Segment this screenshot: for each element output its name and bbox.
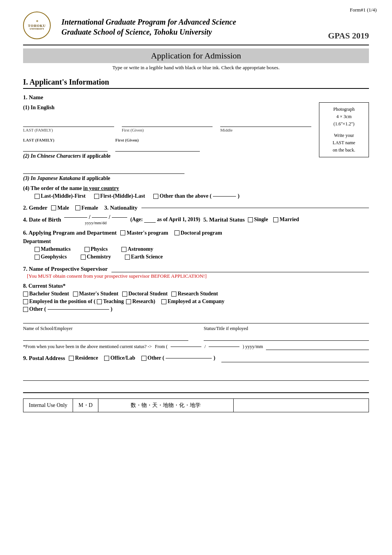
postal-other-checkbox[interactable]: [141, 356, 146, 361]
program-doctoral-checkbox[interactable]: [174, 230, 179, 235]
dept-chemistry[interactable]: Chemistry: [81, 254, 111, 260]
dept-row1: Mathematics Physics Astronomy: [35, 246, 369, 252]
photo-label2: 4 × 3cm: [322, 113, 365, 120]
order-first-last[interactable]: First-(Middle)-Last: [94, 193, 145, 199]
logo-box: ⚙ TOHOKU UNIVERSITY: [23, 12, 54, 42]
dept-geophysics[interactable]: Geophysics: [35, 254, 67, 260]
dob-mm-input[interactable]: [92, 217, 107, 218]
dept-physics[interactable]: Physics: [85, 246, 108, 252]
title-line1: International Graduate Program for Advan…: [61, 18, 236, 26]
marital-married-checkbox[interactable]: [273, 217, 278, 222]
status-company-checkbox[interactable]: [161, 299, 166, 304]
program-title: International Graduate Program for Advan…: [61, 17, 324, 37]
status-other-paren: ): [111, 306, 113, 312]
dob-slash2: /: [109, 214, 110, 220]
first-name-input[interactable]: [122, 118, 213, 127]
postal-other-input[interactable]: [166, 358, 212, 358]
dept-astronomy-checkbox[interactable]: [121, 247, 126, 252]
name-input-row-english: LAST (FAMILY) First (Given) Middle: [23, 118, 311, 132]
katakana-input[interactable]: [23, 165, 184, 174]
status-bachelor-checkbox[interactable]: [23, 292, 28, 297]
status-employed-position-label: Employed in the position of (: [29, 298, 95, 305]
dept-earth-science-checkbox[interactable]: [125, 255, 130, 260]
status-bachelor[interactable]: Bachelor Student: [23, 291, 69, 297]
status-row2: Employed in the position of ( Teaching R…: [23, 298, 369, 305]
field7-section: 7. Name of Prospective Supervisor [You M…: [23, 264, 369, 279]
postal-office-checkbox[interactable]: [104, 356, 109, 361]
from-when-row: *From when you have been in the above me…: [23, 343, 369, 350]
status-other-input[interactable]: [48, 309, 109, 310]
age-input[interactable]: [144, 222, 156, 223]
school-name-input[interactable]: [23, 332, 188, 341]
postal-office[interactable]: Office/Lab: [104, 355, 135, 361]
status-research-pos-checkbox[interactable]: [126, 299, 131, 304]
program-masters-checkbox[interactable]: [120, 230, 125, 235]
status-bachelor-label: Bachelor Student: [29, 291, 69, 297]
dob-dd-input[interactable]: [112, 217, 127, 218]
program-masters-label: Master's program: [126, 230, 168, 236]
marital-single-checkbox[interactable]: [248, 217, 253, 222]
status-other-checkbox[interactable]: [23, 307, 28, 312]
postal-address-input[interactable]: [23, 365, 369, 381]
dob-input[interactable]: [64, 217, 87, 218]
dob-field: / / yyyy/mm/dd: [64, 214, 127, 225]
status-teaching-checkbox[interactable]: [97, 299, 102, 304]
order-other-input[interactable]: [213, 196, 236, 197]
footer-blank: [234, 399, 369, 412]
postal-residence[interactable]: Residence: [69, 355, 98, 361]
status-title-col: Status/Title if employed: [204, 326, 369, 341]
gender-male[interactable]: Male: [51, 205, 69, 211]
last-name-input[interactable]: [23, 118, 114, 127]
status-masters-checkbox[interactable]: [73, 292, 78, 297]
chinese-first-input[interactable]: [115, 143, 200, 152]
postal-residence-checkbox[interactable]: [69, 356, 74, 361]
dept-physics-checkbox[interactable]: [85, 247, 90, 252]
middle-name-input[interactable]: [220, 118, 311, 127]
order-last-first-checkbox[interactable]: [35, 194, 40, 199]
dept-chemistry-checkbox[interactable]: [81, 255, 86, 260]
chinese-last-input[interactable]: [23, 143, 108, 152]
marital-label: 5. Marital Status: [203, 217, 245, 223]
status-doctoral-checkbox[interactable]: [122, 292, 127, 297]
status-company[interactable]: Employed at a Company: [161, 298, 224, 305]
gender-female-checkbox[interactable]: [75, 205, 80, 210]
dept-geophysics-checkbox[interactable]: [35, 255, 40, 260]
from-input[interactable]: [171, 347, 201, 347]
status-title-input[interactable]: [204, 332, 369, 341]
order-first-last-checkbox[interactable]: [94, 194, 99, 199]
order-other-checkbox[interactable]: [153, 194, 158, 199]
status-research[interactable]: Research Student: [171, 291, 218, 297]
order-last-first[interactable]: Last-(Middle)-First: [35, 193, 86, 199]
header-title: International Graduate Program for Advan…: [61, 17, 324, 37]
logo-inner: ⚙ TOHOKU UNIVERSITY: [28, 20, 46, 30]
dept-math[interactable]: Mathematics: [35, 246, 71, 252]
gender-female[interactable]: Female: [75, 205, 98, 211]
postal-other-label: Other (: [148, 355, 164, 361]
middle-name-label: Middle: [220, 128, 311, 132]
status-teaching[interactable]: Teaching: [97, 298, 124, 305]
gender-male-checkbox[interactable]: [51, 205, 56, 210]
nationality-input[interactable]: [141, 208, 369, 208]
supervisor-row: 7. Name of Prospective Supervisor: [23, 264, 369, 272]
supervisor-input[interactable]: [111, 264, 369, 272]
marital-single[interactable]: Single: [248, 217, 268, 223]
postal-other[interactable]: Other ( ): [141, 355, 215, 361]
status-doctoral[interactable]: Doctoral Student: [122, 291, 168, 297]
chinese-last-col: LAST (FAMILY): [23, 138, 108, 152]
status-masters[interactable]: Master's Student: [73, 291, 118, 297]
dept-math-checkbox[interactable]: [35, 247, 40, 252]
status-research-pos[interactable]: Research): [126, 298, 155, 305]
order-other[interactable]: Other than the above ( ): [153, 193, 239, 199]
marital-married[interactable]: Married: [273, 217, 299, 223]
dept-earth-science[interactable]: Earth Science: [125, 254, 163, 260]
dept-astronomy[interactable]: Astronomy: [121, 246, 153, 252]
title-line2: Graduate School of Science, Tohoku Unive…: [61, 28, 212, 36]
status-research-checkbox[interactable]: [171, 292, 176, 297]
status-employed-position[interactable]: Employed in the position of ( Teaching R…: [23, 298, 158, 305]
from-month-input[interactable]: [209, 347, 239, 347]
program-masters[interactable]: Master's program: [120, 230, 168, 236]
program-label: 6. Applying Program and Department: [23, 230, 116, 236]
program-doctoral[interactable]: Doctoral program: [174, 230, 222, 236]
status-employed-position-checkbox[interactable]: [23, 299, 28, 304]
status-other[interactable]: Other ( ): [23, 306, 112, 312]
